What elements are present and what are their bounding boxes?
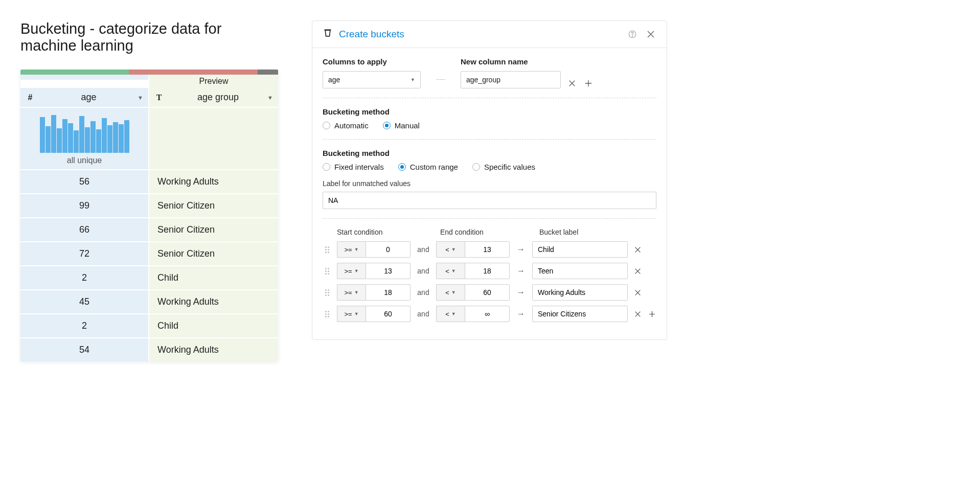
columns-to-apply-value: age (328, 76, 340, 84)
end-operator-select[interactable]: <▼ (436, 284, 465, 301)
columns-to-apply-select[interactable]: age ▼ (323, 71, 421, 88)
end-value-input[interactable] (465, 263, 510, 279)
histogram-bar (68, 123, 73, 153)
chevron-down-icon[interactable]: ▼ (138, 95, 143, 101)
histogram-bar (85, 127, 90, 153)
start-value-input[interactable] (366, 284, 411, 301)
table-row: 99Senior Citizen (20, 193, 278, 217)
bucketing-method-label: Bucketing method (323, 107, 656, 116)
quality-green-segment (20, 70, 129, 75)
add-row-icon[interactable] (647, 311, 656, 317)
numeric-type-icon: # (26, 93, 35, 102)
drag-handle-icon[interactable] (323, 268, 332, 275)
start-operator-select[interactable]: >=▼ (337, 284, 366, 301)
remove-row-icon[interactable] (633, 311, 642, 317)
group-summary-empty (149, 108, 278, 169)
start-value-input[interactable] (366, 306, 411, 322)
radio-automatic[interactable]: Automatic (323, 121, 369, 130)
radio-manual[interactable]: Manual (383, 121, 420, 130)
end-operator-select[interactable]: <▼ (436, 241, 465, 258)
drag-handle-icon[interactable] (323, 246, 332, 253)
column-header-age[interactable]: # age ▼ (20, 88, 149, 107)
end-value-input[interactable] (465, 241, 510, 258)
chevron-down-icon[interactable]: ▼ (267, 95, 273, 101)
radio-fixed-intervals[interactable]: Fixed intervals (323, 163, 384, 171)
group-cell: Senior Citizen (149, 218, 278, 241)
new-column-name-input[interactable]: age_group (461, 71, 561, 88)
help-icon[interactable] (627, 29, 638, 40)
group-cell: Working Adults (149, 338, 278, 361)
create-buckets-panel: Create buckets Columns to apply age ▼ (312, 20, 667, 340)
histogram-bar (113, 122, 118, 153)
remove-row-icon[interactable] (633, 268, 642, 275)
end-operator-select[interactable]: <▼ (436, 263, 465, 279)
remove-row-icon[interactable] (633, 246, 642, 253)
quality-red-segment (129, 70, 258, 75)
bucket-label-input[interactable] (532, 284, 628, 301)
remove-row-icon[interactable] (633, 289, 642, 296)
bucket-label-input[interactable] (532, 306, 628, 322)
start-operator-select[interactable]: >=▼ (337, 306, 366, 322)
histogram-bar (124, 120, 129, 153)
radio-automatic-label: Automatic (334, 121, 369, 130)
table-row: 2Child (20, 265, 278, 289)
new-column-name-label: New column name (461, 57, 594, 66)
panel-title: Create buckets (339, 29, 620, 40)
radio-custom-label: Custom range (410, 163, 458, 171)
radio-custom-range[interactable]: Custom range (398, 163, 458, 171)
table-row: 66Senior Citizen (20, 217, 278, 241)
condition-row: >=▼and<▼→. (323, 241, 656, 258)
close-icon[interactable] (645, 29, 656, 40)
end-value-input[interactable] (465, 284, 510, 301)
age-cell: 99 (20, 194, 149, 217)
start-operator-select[interactable]: >=▼ (337, 241, 366, 258)
histogram-bar (119, 124, 124, 153)
radio-specific-values[interactable]: Specific values (472, 163, 535, 171)
end-value-input[interactable] (465, 306, 510, 322)
radio-manual-label: Manual (395, 121, 420, 130)
radio-icon (323, 122, 330, 129)
histogram-bar (79, 116, 84, 153)
unmatched-values-label: Label for unmatched values (323, 179, 656, 188)
histogram-bar (57, 128, 62, 153)
and-label: and (416, 288, 431, 296)
group-cell: Working Adults (149, 290, 278, 313)
add-column-icon[interactable] (583, 78, 594, 88)
drag-handle-icon[interactable] (323, 311, 332, 317)
range-method-label: Bucketing method (323, 149, 656, 157)
start-value-input[interactable] (366, 263, 411, 279)
column-quality-strip (20, 70, 278, 75)
age-summary-label: all unique (26, 156, 143, 165)
unmatched-values-input[interactable] (323, 192, 656, 209)
condition-row: >=▼and<▼→. (323, 263, 656, 279)
histogram-bar (51, 115, 56, 153)
condition-row: >=▼and<▼→. (323, 284, 656, 301)
column-header-group[interactable]: T age group ▼ (149, 88, 278, 107)
preview-header: Preview (149, 75, 278, 88)
age-cell: 56 (20, 170, 149, 193)
svg-point-1 (632, 36, 632, 36)
group-cell: Child (149, 314, 278, 337)
histogram-bar (74, 130, 79, 153)
quality-gray-segment (258, 70, 278, 75)
table-row: 2Child (20, 313, 278, 337)
radio-icon (323, 163, 330, 171)
group-cell: Working Adults (149, 170, 278, 193)
bucket-label-input[interactable] (532, 241, 628, 258)
end-operator-select[interactable]: <▼ (436, 306, 465, 322)
radio-fixed-label: Fixed intervals (334, 163, 384, 171)
start-operator-select[interactable]: >=▼ (337, 263, 366, 279)
group-cell: Senior Citizen (149, 194, 278, 217)
histogram-bar (45, 126, 51, 153)
columns-to-apply-label: Columns to apply (323, 57, 421, 66)
arrow-icon: → (515, 245, 527, 254)
drag-handle-icon[interactable] (323, 289, 332, 296)
group-cell: Senior Citizen (149, 242, 278, 265)
and-label: and (416, 310, 431, 318)
radio-icon (383, 122, 391, 129)
bucket-label-input[interactable] (532, 263, 628, 279)
arrow-icon: → (515, 266, 527, 276)
remove-column-icon[interactable] (567, 78, 577, 88)
start-value-input[interactable] (366, 241, 411, 258)
histogram-bar (96, 129, 101, 153)
